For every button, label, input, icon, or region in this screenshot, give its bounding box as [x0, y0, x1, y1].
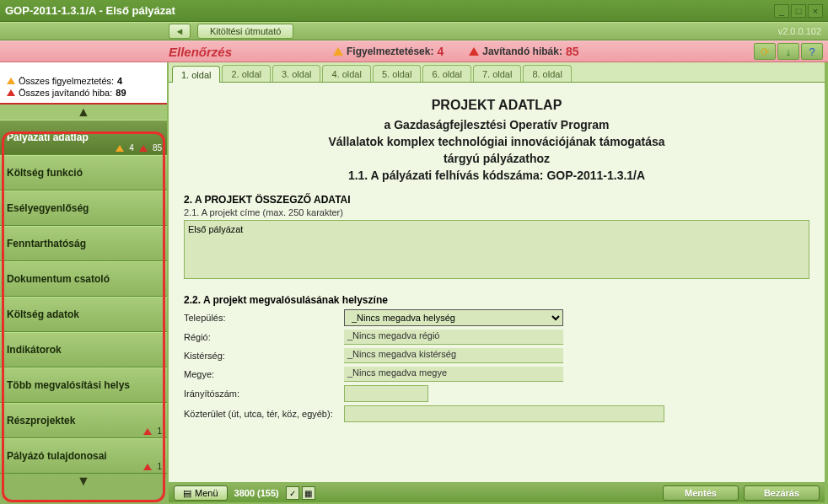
warnings-count: 4	[437, 45, 444, 58]
errors-label: Javítandó hibák:	[482, 46, 562, 57]
error-icon	[469, 47, 479, 56]
page-subtitle-3: tárgyú pályázathoz	[184, 152, 809, 165]
project-title-input[interactable]: Első pályázat	[184, 220, 809, 279]
refresh-button[interactable]: ⟳	[754, 43, 776, 60]
statusbar-tools: ✓ ▦	[286, 486, 315, 500]
sidebar-item-label: Pályázati adatlap	[7, 131, 160, 143]
section-22-head: 2.2. A projekt megvalósulásának helyszín…	[184, 294, 809, 306]
err-count: 1	[157, 426, 162, 436]
tab-page-7[interactable]: 7. oldal	[473, 65, 521, 82]
warning-icon	[7, 78, 15, 84]
sidebar-item-tobb-megvalositasi[interactable]: Több megvalósítási helys	[0, 367, 167, 403]
subregion-label: Kistérség:	[184, 351, 344, 361]
warn-count: 4	[129, 143, 134, 153]
sidebar-item-indikatorok[interactable]: Indikátorok	[0, 332, 167, 367]
tab-page-6[interactable]: 6. oldal	[422, 65, 470, 82]
window-controls: _ □ ×	[774, 4, 823, 18]
sidebar-item-reszprojektek[interactable]: Részprojektek 1	[0, 403, 167, 438]
sidebar-item-koltseg-adatok[interactable]: Költség adatok	[0, 297, 167, 332]
error-icon	[139, 145, 148, 152]
help-button[interactable]: ?	[801, 43, 823, 60]
maximize-button[interactable]: □	[791, 4, 806, 18]
tab-page-3[interactable]: 3. oldal	[272, 65, 320, 82]
tab-page-2[interactable]: 2. oldal	[222, 65, 270, 82]
error-icon	[143, 464, 152, 470]
zip-input[interactable]	[344, 385, 428, 402]
left-panel: új SZÉCHENYI TERV Összes figyelmeztetés:…	[0, 22, 167, 504]
sidebar-item-fenntarthatosag[interactable]: Fenntarthatóság	[0, 226, 167, 261]
nav-list: Pályázati adatlap 4 85 Költség funkció E…	[0, 120, 167, 474]
street-label: Közterület (út, utca, tér, köz, egyéb):	[184, 409, 344, 419]
page-subtitle-1: a Gazdaságfejlesztési Operatív Program	[184, 118, 809, 131]
menu-label: Menü	[195, 488, 218, 498]
error-icon	[143, 428, 152, 435]
errors-count: 85	[566, 45, 579, 58]
close-window-button[interactable]: ×	[808, 4, 823, 18]
tab-page-4[interactable]: 4. oldal	[322, 65, 370, 82]
sidebar-item-palyazo-tulajdonosai[interactable]: Pályázó tulajdonosai 1	[0, 438, 167, 474]
subregion-value: _Nincs megadva kistérség	[344, 348, 563, 363]
warning-icon	[333, 47, 343, 56]
minimize-button[interactable]: _	[774, 4, 789, 18]
download-button[interactable]: ↓	[777, 43, 799, 60]
validation-actions: ⟳ ↓ ?	[754, 43, 823, 60]
region-label: Régió:	[184, 332, 344, 342]
sidebar-item-label: Indikátorok	[7, 344, 160, 356]
back-button[interactable]: ◄	[169, 24, 191, 39]
window-title: GOP-2011-1.3.1/A - Első pályázat	[5, 4, 175, 17]
sidebar-item-palyazati-adatlap[interactable]: Pályázati adatlap 4 85	[0, 120, 167, 155]
total-errors-count: 89	[116, 88, 126, 98]
titlebar: GOP-2011-1.3.1/A - Első pályázat _ □ ×	[0, 0, 828, 22]
version-label: v2.0.0.102	[778, 26, 821, 36]
checkbox-icon[interactable]: ✓	[286, 486, 299, 500]
warning-icon	[116, 145, 124, 152]
sidebar-item-label: Pályázó tulajdonosai	[7, 450, 160, 462]
town-select[interactable]: _Nincs megadva helység	[344, 309, 563, 326]
guide-button[interactable]: Kitöltési útmutató	[197, 24, 293, 39]
tab-page-8[interactable]: 8. oldal	[523, 65, 571, 82]
county-value: _Nincs megadva megye	[344, 367, 563, 382]
close-button[interactable]: Bezárás	[744, 485, 820, 501]
menu-button[interactable]: ▤ Menü	[174, 485, 228, 501]
total-warnings-label: Összes figyelmeztetés:	[19, 76, 114, 86]
sidebar-item-label: Esélyegyenlőség	[7, 202, 160, 214]
stats-area: Összes figyelmeztetés: 4 Összes javítand…	[0, 72, 167, 105]
warnings-label: Figyelmeztetések:	[347, 46, 433, 57]
calculator-icon[interactable]: ▦	[302, 486, 315, 500]
err-count: 85	[153, 143, 162, 153]
tab-page-1[interactable]: 1. oldal	[172, 66, 220, 83]
validation-title: Ellenőrzés	[169, 45, 232, 59]
nav-down-arrow[interactable]: ▼	[0, 474, 167, 489]
validation-errors: Javítandó hibák: 85	[469, 45, 578, 58]
content-area: PROJEKT ADATLAP a Gazdaságfejlesztési Op…	[169, 83, 825, 482]
page-title: PROJEKT ADATLAP	[184, 98, 809, 113]
validation-bar: Ellenőrzés Figyelmeztetések: 4 Javítandó…	[0, 40, 828, 62]
town-label: Település:	[184, 313, 344, 323]
sidebar-item-eselyegyenloseg[interactable]: Esélyegyenlőség	[0, 190, 167, 226]
sidebar-item-label: Fenntarthatóság	[7, 238, 160, 249]
sidebar-item-label: Részprojektek	[7, 415, 160, 426]
street-input[interactable]	[344, 405, 664, 422]
page-subtitle-4: 1.1. A pályázati felhívás kódszáma: GOP-…	[184, 169, 809, 182]
sidebar-item-dokumentum-csatolo[interactable]: Dokumentum csatoló	[0, 261, 167, 297]
page-subtitle-2: Vállalatok komplex technológiai innováci…	[184, 135, 809, 148]
sidebar-item-koltseg-funkcio[interactable]: Költség funkció	[0, 155, 167, 190]
total-errors: Összes javítandó hiba: 89	[7, 88, 160, 98]
status-bar: ▤ Menü 3800 (155) ✓ ▦ Mentés Bezárás	[169, 484, 825, 502]
validation-warnings: Figyelmeztetések: 4	[333, 45, 444, 58]
status-counter: 3800 (155)	[234, 488, 279, 498]
section-2-head: 2. A PROJEKT ÖSSZEGZŐ ADATAI	[184, 194, 809, 206]
field-21-label: 2.1. A projekt címe (max. 250 karakter)	[184, 207, 809, 217]
tab-page-5[interactable]: 5. oldal	[373, 65, 421, 82]
nav-up-arrow[interactable]: ▲	[0, 105, 167, 120]
save-button[interactable]: Mentés	[663, 485, 739, 501]
menu-icon: ▤	[183, 488, 191, 499]
total-warnings: Összes figyelmeztetés: 4	[7, 76, 160, 86]
sidebar-item-label: Költség adatok	[7, 308, 160, 320]
toolbar: ◄ Kitöltési útmutató v2.0.0.102	[0, 22, 828, 40]
county-label: Megye:	[184, 369, 344, 379]
tabs-row: 1. oldal 2. oldal 3. oldal 4. oldal 5. o…	[169, 62, 825, 83]
region-value: _Nincs megadva régió	[344, 330, 563, 345]
total-errors-label: Összes javítandó hiba:	[19, 88, 112, 98]
sidebar-item-label: Dokumentum csatoló	[7, 273, 160, 285]
